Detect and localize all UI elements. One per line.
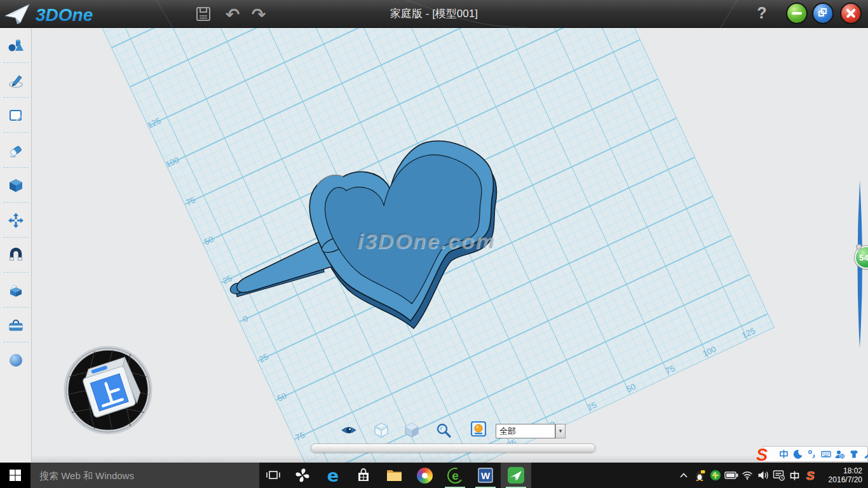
taskbar-app-word[interactable]: W: [470, 463, 501, 488]
axis-label: 125: [736, 324, 761, 342]
brand-text: 3DOne: [36, 5, 93, 25]
sidebar-tool-render[interactable]: [0, 342, 32, 377]
title-bar: 3DOne ↶ ↷ 家庭版 - [模型001] ?: [0, 0, 868, 28]
tray-notifications[interactable]: [771, 463, 787, 488]
sidebar-tool-primitives[interactable]: [0, 28, 32, 63]
tray-battery[interactable]: [723, 463, 739, 488]
shaded-display-icon[interactable]: [403, 422, 420, 438]
pinwheel-icon: [294, 467, 311, 484]
moon-icon: [793, 449, 803, 459]
file-explorer-icon: [386, 468, 403, 483]
redo-button[interactable]: ↷: [248, 4, 269, 24]
taskbar-app-explorer[interactable]: [379, 463, 409, 488]
antivirus-ball-icon: [710, 470, 721, 481]
tray-volume[interactable]: [755, 463, 771, 488]
paper-plane-icon: [4, 3, 31, 25]
clock-time: 18:02: [843, 466, 862, 475]
ime-punctuation-button[interactable]: [806, 449, 817, 459]
ime-keyboard-button[interactable]: [820, 449, 831, 459]
view-cube[interactable]: [63, 345, 153, 435]
ime-toolbar: S 中: [763, 446, 868, 462]
taskbar-app-edge[interactable]: e: [318, 463, 348, 488]
tshirt-icon: [849, 449, 859, 459]
battery-icon: [724, 471, 738, 480]
axis-label: 100: [697, 342, 722, 360]
svg-text:S: S: [806, 469, 815, 482]
save-button[interactable]: [193, 4, 214, 24]
wireframe-display-icon[interactable]: [373, 422, 390, 438]
taskbar-spacer: [531, 463, 675, 488]
notification-icon: [773, 470, 785, 481]
sphere-icon: [8, 352, 24, 369]
store-bag-icon: [355, 467, 372, 484]
redo-icon: ↷: [252, 6, 266, 23]
taskbar-app-pinwheel[interactable]: [287, 463, 318, 488]
start-button[interactable]: [0, 463, 31, 488]
render-filter-icon[interactable]: [470, 421, 487, 437]
view-cube-face-label: 上: [32, 28, 32, 29]
taskbar-app-green-browser[interactable]: e: [440, 463, 470, 488]
sidebar-tool-special-edit[interactable]: [0, 133, 32, 168]
user-icon: 11: [834, 449, 845, 459]
tool-sidebar: [0, 28, 32, 463]
axis-label: 75: [178, 192, 203, 210]
help-button[interactable]: ?: [752, 4, 771, 24]
tray-messenger[interactable]: [691, 463, 707, 488]
axis-label: 50: [269, 388, 294, 406]
magnet-icon: [8, 247, 24, 264]
sogou-tray-icon: S: [804, 469, 817, 482]
ime-account-button[interactable]: 11: [834, 449, 845, 459]
tray-ime-mode[interactable]: 中: [787, 463, 803, 488]
minimize-button[interactable]: [787, 4, 806, 23]
undo-icon: ↶: [226, 6, 240, 23]
taskbar-app-store[interactable]: [348, 463, 379, 488]
sidebar-tool-combine[interactable]: [0, 273, 32, 308]
filter-dropdown[interactable]: 全部: [496, 424, 555, 438]
tray-sogou[interactable]: S: [803, 463, 818, 488]
ime-skin-button[interactable]: [848, 449, 859, 459]
taskbar-clock[interactable]: 18:02 2016/7/20: [818, 463, 868, 488]
open-box-icon: [8, 282, 24, 299]
windows-logo-icon: [9, 469, 22, 482]
taskbar-search[interactable]: [31, 463, 259, 488]
task-view-icon: [266, 469, 281, 482]
messenger-penguin-icon: [694, 470, 705, 481]
bottom-grip-bar[interactable]: [311, 444, 595, 452]
app-logo: 3DOne: [4, 3, 114, 25]
undo-button[interactable]: ↶: [222, 4, 243, 24]
sidebar-tool-sketch[interactable]: [0, 63, 32, 98]
zoom-view-icon[interactable]: [435, 423, 452, 439]
wrench-icon: [863, 449, 868, 459]
surface-icon: [8, 107, 24, 124]
ime-settings-button[interactable]: [862, 449, 868, 459]
ime-fullwidth-button[interactable]: [792, 449, 803, 459]
tray-show-hidden[interactable]: [675, 463, 691, 488]
taskbar-app-colorful-browser[interactable]: [409, 463, 440, 488]
sidebar-tool-move[interactable]: [0, 203, 32, 238]
taskbar-app-3done[interactable]: [501, 463, 531, 488]
tray-wifi[interactable]: [739, 463, 755, 488]
filter-dropdown-arrow[interactable]: ▾: [555, 424, 566, 438]
axis-label: 125: [142, 114, 166, 132]
restore-button[interactable]: [813, 4, 832, 23]
sidebar-tool-tools[interactable]: [0, 308, 32, 342]
close-button[interactable]: [841, 4, 860, 23]
chevron-up-icon: [679, 472, 688, 478]
edge-icon: e: [327, 467, 339, 484]
sogou-logo-icon[interactable]: S: [754, 445, 773, 464]
ime-chinese-mode-button[interactable]: 中: [778, 449, 789, 459]
ime-chinese-icon: [789, 470, 800, 481]
wifi-icon: [742, 471, 753, 480]
minimize-icon: [792, 12, 802, 15]
svg-text:S: S: [756, 445, 768, 464]
green-e-browser-icon: e: [447, 467, 464, 484]
task-view-button[interactable]: [259, 463, 287, 488]
punctuation-icon: [807, 449, 817, 459]
sidebar-tool-surface[interactable]: [0, 98, 32, 133]
tray-antivirus[interactable]: [707, 463, 723, 488]
visibility-eye-icon[interactable]: [341, 423, 357, 437]
axis-label: 100: [160, 153, 185, 172]
sidebar-tool-assembly[interactable]: [0, 238, 32, 273]
search-input[interactable]: [31, 470, 259, 482]
sidebar-tool-feature[interactable]: [0, 168, 32, 203]
